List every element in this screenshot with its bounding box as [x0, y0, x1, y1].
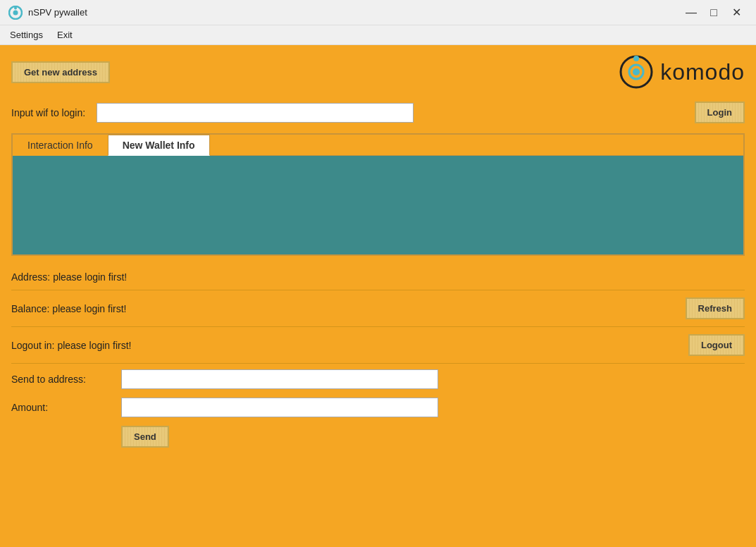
refresh-button[interactable]: Refresh	[686, 297, 745, 319]
logo-area: komodo	[619, 55, 745, 89]
komodo-logo-icon	[619, 55, 653, 89]
get-new-address-button[interactable]: Get new address	[11, 61, 110, 83]
svg-point-1	[13, 10, 18, 15]
app-icon	[8, 6, 23, 20]
amount-input[interactable]	[121, 398, 438, 417]
balance-status-row: Balance: please login first! Refresh	[11, 292, 745, 325]
send-to-input[interactable]	[121, 369, 438, 389]
logout-status-row: Logout in: please login first! Logout	[11, 328, 745, 362]
minimize-button[interactable]: —	[680, 3, 702, 23]
divider-2	[11, 326, 745, 327]
send-button[interactable]: Send	[121, 426, 169, 448]
window-controls: — □ ✕	[680, 3, 748, 23]
login-button[interactable]: Login	[695, 102, 745, 123]
menu-exit[interactable]: Exit	[50, 27, 80, 43]
send-to-row: Send to address:	[11, 369, 745, 389]
main-content: Get new address komodo Input wif to logi…	[0, 45, 756, 547]
logout-button[interactable]: Logout	[688, 334, 745, 356]
tab-container: Interaction Info New Wallet Info	[11, 133, 745, 256]
tab-new-wallet-info[interactable]: New Wallet Info	[108, 135, 210, 156]
tab-interaction-info[interactable]: Interaction Info	[13, 135, 108, 156]
send-to-label: Send to address:	[11, 374, 110, 385]
menubar: Settings Exit	[0, 25, 756, 45]
send-row: Send	[11, 426, 745, 448]
titlebar-left: nSPV pywallet	[8, 6, 87, 20]
divider-1	[11, 290, 745, 290]
balance-status: Balance: please login first!	[11, 303, 126, 314]
wif-row: Input wif to login: Login	[11, 102, 745, 123]
svg-point-6	[633, 68, 640, 75]
tab-content	[13, 156, 743, 254]
titlebar: nSPV pywallet — □ ✕	[0, 0, 756, 25]
top-row: Get new address komodo	[11, 55, 745, 89]
address-status-row: Address: please login first!	[11, 266, 745, 288]
tab-bar: Interaction Info New Wallet Info	[13, 135, 743, 156]
menu-settings[interactable]: Settings	[3, 27, 50, 43]
address-status: Address: please login first!	[11, 271, 127, 283]
logout-status: Logout in: please login first!	[11, 340, 131, 351]
svg-point-2	[14, 6, 17, 9]
app-title: nSPV pywallet	[28, 7, 87, 18]
wif-input[interactable]	[97, 103, 414, 123]
amount-row: Amount:	[11, 398, 745, 417]
komodo-logo-text: komodo	[660, 59, 745, 85]
svg-point-5	[633, 56, 639, 61]
maximize-button[interactable]: □	[702, 3, 725, 23]
amount-label: Amount:	[11, 402, 110, 413]
close-button[interactable]: ✕	[725, 3, 748, 23]
wif-label: Input wif to login:	[11, 107, 85, 118]
divider-3	[11, 363, 745, 364]
